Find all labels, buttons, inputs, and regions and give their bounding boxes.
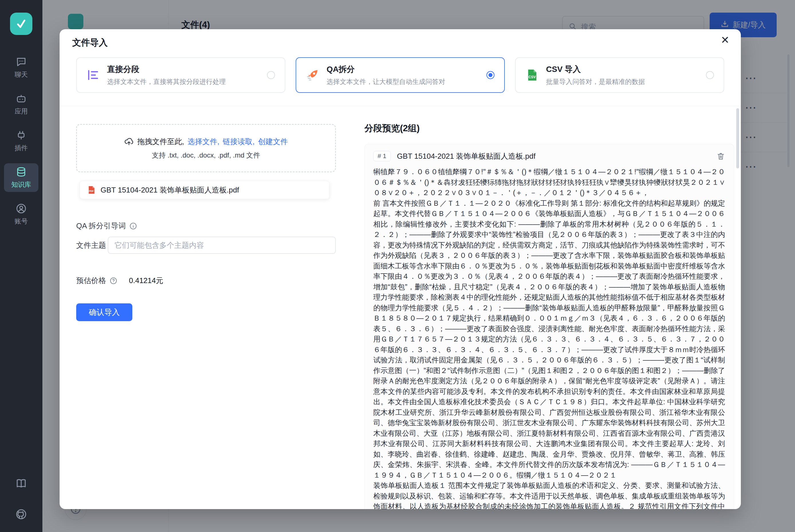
segment-icon [87, 69, 100, 82]
file-import-modal: 文件导入 ✕ 直接分段 选择文本文件，直接将其按分段进行处理 QA拆分 选择文本… [60, 29, 741, 509]
docs-icon[interactable] [15, 477, 27, 489]
sidebar-item-label: 账号 [15, 217, 28, 226]
rocket-icon [306, 69, 319, 82]
mode-desc: 批量导入问答对，是最精准的数据 [546, 77, 698, 86]
sidebar-item-apps[interactable]: 应用 [4, 90, 38, 119]
sidebar-item-knowledge-base[interactable]: 知识库 [4, 163, 38, 192]
account-icon [16, 203, 27, 214]
delete-chunk-button[interactable] [717, 152, 725, 160]
topic-label: 文件主题 [76, 240, 108, 250]
qa-prompt-section: QA 拆分引导词 [76, 221, 336, 231]
mode-title: 直接分段 [107, 64, 260, 75]
chunk-source-title: GBT 15104-2021 装饰单板贴面人造板.pdf [397, 151, 710, 161]
mode-title: QA拆分 [327, 64, 479, 75]
mode-card-qa-split[interactable]: QA拆分 选择文本文件，让大模型自动生成问答对 [296, 57, 505, 93]
segment-preview-column: 分段预览(2组) # 1 GBT 15104-2021 装饰单板贴面人造板.pd… [364, 122, 734, 509]
svg-text:PDF: PDF [89, 190, 94, 192]
mode-title: CSV 导入 [546, 64, 698, 75]
chat-icon [16, 56, 27, 68]
mode-card-direct-segment[interactable]: 直接分段 选择文本文件，直接将其按分段进行处理 [76, 57, 285, 93]
import-config-column: 拖拽文件至此, 选择文件, 链接读取, 创建文件 支持 .txt, .doc, … [76, 124, 336, 321]
mode-desc: 选择文本文件，让大模型自动生成问答对 [327, 77, 479, 86]
sidebar-item-label: 聊天 [15, 70, 28, 79]
apps-icon [16, 93, 27, 104]
chunk-index-badge: # 1 [373, 151, 391, 161]
segment-preview-card: # 1 GBT 15104-2021 装饰单板贴面人造板.pdf 犐犆犛７９．０… [364, 144, 734, 509]
confirm-import-button[interactable]: 确认导入 [76, 303, 132, 321]
segment-preview-title: 分段预览(2组) [364, 122, 734, 134]
price-label: 预估价格 [76, 276, 106, 286]
chunk-content-text: 犐犆犛７９．０６０犆犆犛犅７０!"＃＄％＆＇()＊犌犅／犜１５１０４—２０２１!… [373, 167, 725, 509]
github-icon[interactable] [15, 508, 27, 520]
dropzone-text: 拖拽文件至此, [137, 137, 184, 147]
mode-radio-checked[interactable] [487, 71, 494, 79]
app-logo[interactable] [10, 13, 32, 35]
sidebar-item-label: 知识库 [12, 180, 31, 189]
sidebar-nav: 聊天 应用 插件 知识库 账号 [4, 53, 38, 229]
topic-input[interactable] [108, 236, 336, 254]
link-read-link[interactable]: 链接读取, [223, 137, 255, 147]
sidebar-item-account[interactable]: 账号 [4, 200, 38, 229]
mode-radio-unchecked[interactable] [706, 71, 714, 79]
mode-card-csv-import[interactable]: CSV CSV 导入 批量导入问答对，是最精准的数据 [515, 57, 724, 93]
topic-row: 文件主题 [76, 236, 336, 254]
question-icon[interactable] [110, 277, 117, 285]
close-icon[interactable]: ✕ [721, 35, 730, 45]
sidebar-item-label: 应用 [15, 107, 28, 116]
select-file-link[interactable]: 选择文件, [187, 137, 219, 147]
logo-icon [15, 17, 28, 31]
uploaded-file-name: GBT 15104-2021 装饰单板贴面人造板.pdf [100, 185, 239, 195]
trash-icon [717, 152, 725, 160]
csv-file-icon: CSV [525, 69, 538, 82]
knowledge-base-icon [16, 166, 27, 178]
price-row: 预估价格 0.41214元 [76, 276, 336, 286]
segment-card-header: # 1 GBT 15104-2021 装饰单板贴面人造板.pdf [373, 149, 725, 164]
mode-radio-unchecked[interactable] [267, 71, 275, 79]
qa-prompt-label: QA 拆分引导词 [76, 221, 126, 231]
price-value: 0.41214元 [129, 276, 163, 286]
uploaded-file-item[interactable]: PDF GBT 15104-2021 装饰单板贴面人造板.pdf [80, 181, 329, 199]
info-icon[interactable] [129, 222, 137, 230]
supported-formats-text: 支持 .txt, .doc, .docx, .pdf, .md 文件 [152, 151, 260, 160]
create-file-link[interactable]: 创建文件 [258, 137, 288, 147]
mode-desc: 选择文本文件，直接将其按分段进行处理 [107, 77, 260, 86]
modal-scrollbar-thumb[interactable] [736, 108, 739, 168]
plugin-icon [16, 130, 27, 141]
app-sidebar: 聊天 应用 插件 知识库 账号 [0, 0, 42, 532]
svg-text:CSV: CSV [529, 75, 536, 79]
pdf-file-icon: PDF [87, 185, 96, 195]
import-mode-cards: 直接分段 选择文本文件，直接将其按分段进行处理 QA拆分 选择文本文件，让大模型… [76, 57, 724, 93]
sidebar-item-plugins[interactable]: 插件 [4, 127, 38, 155]
file-dropzone[interactable]: 拖拽文件至此, 选择文件, 链接读取, 创建文件 支持 .txt, .doc, … [76, 124, 336, 172]
sidebar-item-chat[interactable]: 聊天 [4, 53, 38, 82]
modal-title: 文件导入 [72, 37, 108, 49]
sidebar-item-label: 插件 [15, 144, 28, 152]
cloud-upload-icon [124, 137, 134, 146]
sidebar-bottom [15, 477, 27, 520]
